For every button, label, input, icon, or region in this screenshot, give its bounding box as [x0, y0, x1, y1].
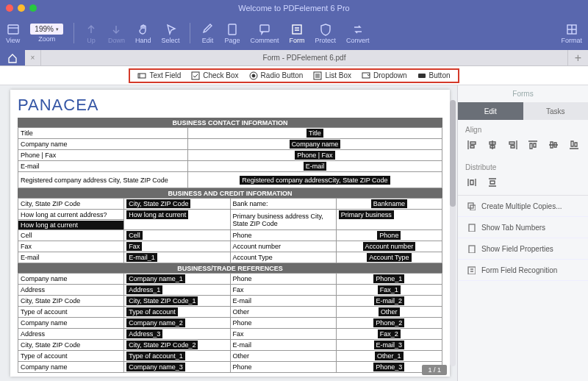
form-field[interactable]: Registered company addressCity, State ZI… — [240, 176, 390, 185]
page-icon — [226, 23, 239, 36]
form-field[interactable]: Company name — [290, 140, 341, 149]
form-field[interactable]: Fax — [126, 242, 142, 251]
form-field[interactable]: Account number — [363, 242, 416, 251]
form-icon — [290, 23, 304, 36]
section-header: BUSINESS CONTACT INFORMATION — [18, 118, 442, 127]
form-field[interactable]: Account Type — [367, 253, 411, 262]
tab-tasks[interactable]: Tasks — [523, 102, 589, 120]
form-field[interactable]: Other_1 — [375, 352, 404, 360]
align-bottom-button[interactable] — [567, 138, 581, 152]
forms-panel: Forms Edit Tasks Align Distribute — [457, 85, 588, 381]
form-field[interactable]: How long at current — [126, 210, 188, 219]
form-field[interactable]: Type of account — [126, 307, 178, 316]
distribute-v-button[interactable] — [486, 176, 499, 189]
document-tab[interactable]: Form - PDFelement 6.pdf — [41, 50, 567, 65]
contact-table: TitleTitle Company nameCompany name Phon… — [18, 127, 442, 188]
form-field[interactable]: Fax_2 — [378, 330, 401, 338]
cell-label: Fax — [230, 285, 336, 296]
form-field[interactable]: Cell — [126, 231, 143, 240]
form-field[interactable]: E-mail — [304, 162, 327, 171]
radio-button-icon — [249, 71, 258, 80]
align-top-button[interactable] — [526, 138, 539, 152]
down-button[interactable]: Down — [108, 23, 125, 44]
close-window-icon[interactable] — [6, 4, 13, 12]
form-field[interactable]: Company name_3 — [126, 363, 185, 371]
form-field[interactable]: Primary business — [339, 210, 394, 219]
create-multiple-copies-button[interactable]: Create Multiple Copies... — [458, 196, 588, 217]
form-field[interactable]: City, State ZIP Code_2 — [126, 341, 198, 349]
distribute-h-button[interactable] — [465, 176, 478, 189]
minimize-window-icon[interactable] — [18, 4, 25, 12]
form-field[interactable]: Company name_1 — [126, 274, 185, 283]
page-button[interactable]: Page — [224, 23, 240, 44]
form-field[interactable]: E-mail_1 — [126, 253, 157, 262]
convert-button[interactable]: Convert — [346, 23, 370, 44]
align-center-h-button[interactable] — [486, 138, 499, 152]
form-field[interactable]: Address_1 — [126, 285, 162, 294]
check-box-tool[interactable]: Check Box — [191, 71, 238, 80]
form-field-recognition-button[interactable]: Form Field Recognition — [458, 260, 588, 281]
form-field[interactable]: City, State ZIP Code — [126, 199, 190, 208]
pdf-page: PANACEA BUSINESS CONTACT INFORMATION Tit… — [10, 90, 450, 377]
document-viewport[interactable]: PANACEA BUSINESS CONTACT INFORMATION Tit… — [0, 85, 457, 381]
form-field[interactable]: E-mail_2 — [374, 296, 405, 305]
form-field[interactable]: Title — [306, 129, 323, 138]
close-tab-button[interactable]: × — [25, 50, 41, 65]
main-toolbar: View 199% ▾ Zoom Up Down Hand Sel — [0, 16, 588, 50]
protect-button[interactable]: Protect — [315, 23, 337, 44]
align-section: Align — [458, 120, 588, 157]
vertical-scrollbar[interactable] — [450, 100, 456, 366]
down-label: Down — [108, 37, 125, 44]
form-field[interactable]: Address_3 — [126, 330, 162, 338]
fullscreen-window-icon[interactable] — [29, 4, 37, 12]
view-icon — [7, 23, 20, 36]
align-left-button[interactable] — [465, 138, 478, 152]
form-button[interactable]: Form — [290, 23, 305, 44]
text-field-icon — [137, 71, 146, 80]
form-field[interactable]: Company name_2 — [126, 318, 185, 327]
cell-label: Account Type — [230, 252, 336, 263]
form-field[interactable]: Phone_2 — [373, 318, 404, 327]
form-field[interactable]: Phone — [377, 231, 401, 240]
form-field[interactable]: Phone_1 — [373, 274, 404, 283]
new-tab-button[interactable]: + — [567, 50, 588, 65]
show-tab-numbers-button[interactable]: Show Tab Numbers — [458, 217, 588, 238]
text-field-tool[interactable]: Text Field — [137, 71, 181, 80]
cell-label: Phone — [230, 318, 336, 329]
form-field[interactable]: Other — [379, 307, 400, 316]
form-field[interactable]: City, State ZIP Code_1 — [126, 296, 198, 305]
up-label: Up — [87, 37, 96, 44]
form-field[interactable]: Phone_3 — [373, 363, 404, 371]
format-button[interactable]: Format — [561, 23, 582, 44]
dropdown-tool[interactable]: Dropdown — [362, 71, 407, 80]
form-field[interactable]: Type of account_1 — [126, 352, 185, 360]
edit-icon — [201, 23, 214, 36]
align-middle-button[interactable] — [547, 138, 560, 152]
radio-button-tool[interactable]: Radio Button — [249, 71, 304, 80]
button-tool[interactable]: Button — [417, 71, 451, 80]
cell-label: Bank name: — [230, 199, 336, 210]
form-field[interactable]: Bankname — [371, 199, 407, 208]
home-button[interactable] — [0, 50, 25, 65]
zoom-button[interactable]: 199% ▾ Zoom — [30, 24, 63, 43]
cell-label: City, State ZIP Code — [18, 296, 124, 307]
cell-label: Phone — [230, 362, 336, 373]
check-box-icon — [191, 71, 200, 80]
form-field[interactable]: Fax_1 — [378, 285, 401, 294]
hand-button[interactable]: Hand — [135, 23, 151, 44]
edit-button[interactable]: Edit — [201, 23, 214, 44]
align-right-button[interactable] — [506, 138, 520, 152]
show-field-properties-button[interactable]: Show Field Properties — [458, 238, 588, 260]
list-box-tool[interactable]: List Box — [313, 71, 351, 80]
view-button[interactable]: View — [6, 23, 20, 44]
scrollbar-thumb[interactable] — [450, 100, 456, 207]
form-field[interactable]: How long at current — [18, 221, 123, 229]
zoom-value-box[interactable]: 199% ▾ — [30, 24, 63, 35]
up-button[interactable]: Up — [85, 23, 98, 44]
form-field[interactable]: E-mail_3 — [374, 341, 405, 349]
tab-edit[interactable]: Edit — [458, 102, 523, 120]
form-field[interactable]: Phone | Fax — [295, 151, 334, 160]
select-button[interactable]: Select — [161, 23, 179, 44]
svg-rect-3 — [293, 25, 301, 34]
comment-button[interactable]: Comment — [251, 23, 279, 44]
